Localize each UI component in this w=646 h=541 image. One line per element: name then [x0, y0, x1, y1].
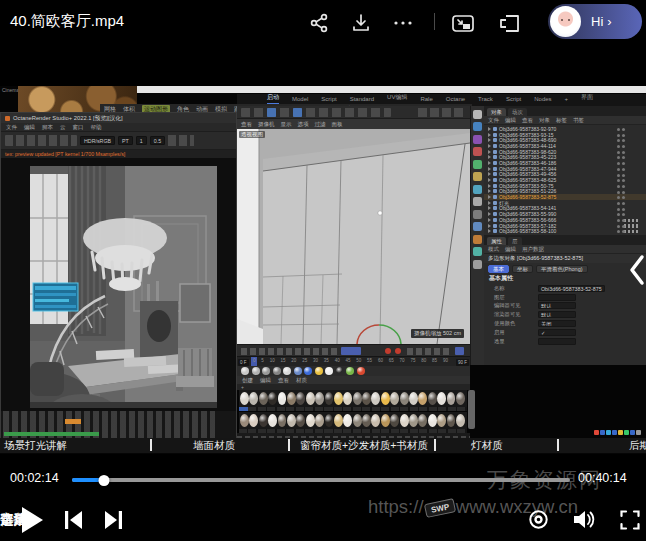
next-episode-button[interactable]: [103, 510, 123, 530]
visibility-dots[interactable]: [617, 128, 620, 131]
expand-arrow-icon[interactable]: [488, 167, 491, 171]
expand-arrow-icon[interactable]: [488, 195, 491, 199]
material-menu-item[interactable]: 材质: [296, 377, 307, 384]
octane-menu-item[interactable]: 脚本: [42, 124, 53, 131]
fullscreen-icon[interactable]: [620, 510, 640, 530]
material-swatch[interactable]: [371, 414, 380, 427]
visibility-dots[interactable]: [617, 134, 620, 137]
material-swatch[interactable]: [437, 414, 446, 427]
material-swatch[interactable]: [287, 414, 296, 427]
material-swatch[interactable]: [456, 414, 465, 427]
chapter-label[interactable]: 后期: [629, 439, 646, 453]
material-swatch[interactable]: [390, 414, 399, 427]
mode-icon[interactable]: [473, 260, 482, 269]
panel-tab[interactable]: 层: [508, 237, 522, 245]
solo-toggle-icon[interactable]: [455, 347, 464, 355]
expand-arrow-icon[interactable]: [488, 201, 491, 205]
material-tool-icon[interactable]: [336, 367, 344, 375]
expand-arrow-icon[interactable]: [488, 224, 491, 228]
field-value[interactable]: Obj3d66-9587383-52-875: [538, 285, 605, 292]
mode-icon[interactable]: [473, 185, 482, 194]
material-swatch[interactable]: [409, 392, 418, 405]
timeline-start-field[interactable]: 0 F: [238, 359, 249, 366]
octane-extra-icons[interactable]: [168, 135, 194, 146]
visibility-dots[interactable]: [617, 185, 620, 188]
expand-arrow-icon[interactable]: [488, 178, 491, 182]
expand-arrow-icon[interactable]: [488, 133, 491, 137]
material-swatch[interactable]: [240, 414, 249, 427]
object-menu-item[interactable]: 对象: [539, 117, 550, 124]
expand-arrow-icon[interactable]: [488, 138, 491, 142]
timeline-end-field[interactable]: 90 F: [456, 359, 469, 366]
visibility-dots[interactable]: [617, 219, 620, 222]
material-swatch[interactable]: [381, 414, 390, 427]
viewport-menu-item[interactable]: 摄像机: [258, 121, 275, 128]
material-swatch[interactable]: [334, 414, 343, 427]
attribute-tab-button[interactable]: 基本: [488, 265, 509, 273]
material-tool-icon[interactable]: [294, 367, 302, 375]
axis-toggle-icon[interactable]: [267, 108, 276, 117]
material-swatch[interactable]: [296, 392, 305, 405]
coordinates-toggle-icon[interactable]: [293, 108, 302, 117]
material-swatch[interactable]: [278, 414, 287, 427]
visibility-dots[interactable]: [617, 174, 620, 177]
attribute-menu-item[interactable]: 编辑: [505, 246, 516, 253]
more-icon[interactable]: [392, 12, 414, 34]
record-keyframe-icon[interactable]: [385, 348, 391, 354]
viewport-menu-item[interactable]: 面板: [332, 121, 343, 128]
field-value[interactable]: 默认: [538, 302, 576, 309]
material-swatch[interactable]: [353, 392, 362, 405]
visibility-dots[interactable]: [617, 156, 620, 159]
progress-handle[interactable]: [98, 475, 109, 486]
material-swatch[interactable]: [409, 414, 418, 427]
theater-mode-icon[interactable]: [497, 12, 521, 34]
material-swatch[interactable]: [249, 414, 258, 427]
expand-arrow-icon[interactable]: [488, 229, 491, 233]
material-swatch[interactable]: [381, 392, 390, 405]
material-swatch[interactable]: [278, 392, 287, 405]
visibility-dots[interactable]: [617, 230, 620, 233]
material-swatch[interactable]: [268, 392, 277, 405]
viewport-menu-item[interactable]: 选项: [298, 121, 309, 128]
material-swatch[interactable]: [418, 392, 427, 405]
material-swatch[interactable]: [371, 392, 380, 405]
material-swatch[interactable]: [362, 392, 371, 405]
visibility-dots[interactable]: [617, 151, 620, 154]
panel-tab[interactable]: 对象: [487, 108, 506, 116]
key-option-icons[interactable]: [407, 348, 449, 355]
octane-title-bar[interactable]: OctaneRender Studio+ 2022.1 [预览][汉化]: [1, 113, 236, 123]
layout-tab[interactable]: Script: [506, 96, 521, 105]
material-scrollbar[interactable]: [468, 390, 475, 429]
render-preview-area[interactable]: [1, 158, 236, 411]
attribute-menu-item[interactable]: 用户数据: [522, 246, 544, 253]
material-menu-item[interactable]: 创建: [242, 377, 253, 384]
visibility-dots[interactable]: [617, 162, 620, 165]
mode-icon[interactable]: [473, 210, 482, 219]
material-menu-item[interactable]: 编辑: [260, 377, 271, 384]
autokey-icon[interactable]: [395, 348, 401, 354]
episodes-button[interactable]: 选集: [0, 511, 27, 529]
object-tags[interactable]: [624, 219, 640, 223]
visibility-dots[interactable]: [617, 213, 620, 216]
mode-icon[interactable]: [473, 147, 482, 156]
object-tags[interactable]: [624, 230, 640, 234]
expand-arrow-icon[interactable]: [488, 172, 491, 176]
mode-icon[interactable]: [473, 160, 482, 169]
visibility-dots[interactable]: [617, 139, 620, 142]
mode-icon[interactable]: [473, 172, 482, 181]
viewport-menu-item[interactable]: 过滤: [315, 121, 326, 128]
share-icon[interactable]: [308, 12, 330, 34]
video-frame[interactable]: Cinema 4D 2023 启动ModelScriptStandardUV编辑…: [0, 86, 646, 454]
material-swatch[interactable]: [390, 392, 399, 405]
expand-arrow-icon[interactable]: [488, 144, 491, 148]
visibility-dots[interactable]: [617, 191, 620, 194]
material-swatch[interactable]: [334, 392, 343, 405]
material-swatch[interactable]: [306, 392, 315, 405]
attribute-tab-button[interactable]: 坐标: [512, 265, 533, 273]
material-tool-icon[interactable]: [325, 367, 333, 375]
material-tool-icon[interactable]: [283, 367, 291, 375]
material-swatch[interactable]: [259, 414, 268, 427]
layout-tab[interactable]: 界面: [581, 93, 593, 105]
octane-toolbar-icons[interactable]: [5, 135, 77, 146]
current-frame-field[interactable]: [341, 347, 361, 355]
